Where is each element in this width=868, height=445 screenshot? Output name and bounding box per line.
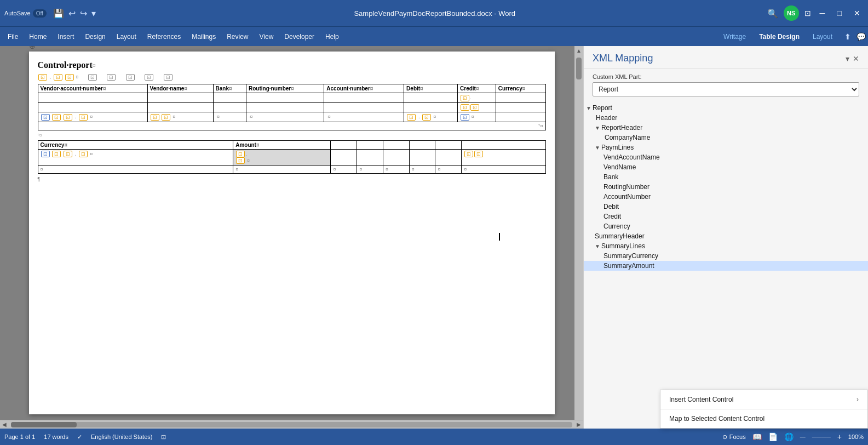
cc-tag-8[interactable]: ⊡	[164, 74, 173, 81]
scroll-left-arrow[interactable]: ◀	[0, 420, 9, 429]
menu-table-design[interactable]: Table Design	[754, 31, 805, 43]
cc-tag-6[interactable]: ⊡	[126, 74, 135, 81]
cc-va-3[interactable]: ⊡	[64, 114, 72, 121]
menu-layout[interactable]: Layout	[111, 31, 142, 43]
cc-sc-2[interactable]: ⊡	[52, 151, 61, 157]
panel-close-btn[interactable]: ✕	[853, 54, 859, 63]
minimize-button[interactable]: ─	[817, 9, 829, 18]
close-button[interactable]: ✕	[850, 9, 864, 18]
cc-tag-2[interactable]: ⊡	[54, 74, 62, 81]
tree-report[interactable]: ▼ Report	[584, 103, 868, 113]
cc-sc-1[interactable]: ⊡	[41, 151, 50, 157]
tree-credit[interactable]: Credit	[584, 212, 868, 221]
zoom-slider[interactable]: ────	[812, 433, 831, 441]
menu-mailings[interactable]: Mailings	[186, 31, 221, 43]
menu-review[interactable]: Review	[221, 31, 254, 43]
cc-va-4[interactable]: ⊡	[79, 114, 88, 121]
zoom-in-btn[interactable]: +	[837, 432, 842, 441]
cc-sc-3[interactable]: ⊡	[64, 151, 72, 157]
menu-references[interactable]: References	[142, 31, 186, 43]
tree-header[interactable]: Header	[584, 113, 868, 123]
cc-tag-1[interactable]: ⊡	[38, 74, 47, 81]
share-icon[interactable]: ⬆	[844, 32, 851, 41]
zoom-out-btn[interactable]: ─	[800, 432, 806, 441]
cc-d-2[interactable]: ⊡	[422, 114, 431, 121]
scroll-track[interactable]	[11, 422, 572, 427]
tree-paymlines[interactable]: ▼ PaymLines	[584, 142, 868, 152]
document-scroll[interactable]: ⊕ Control·report¤ ⊡ . ⊡ ⊡ ¤ ⊡ ⊡	[0, 46, 583, 420]
scroll-up-arrow[interactable]: ▲	[574, 46, 583, 55]
scroll-right-arrow[interactable]: ▶	[574, 420, 583, 429]
cc-end-1[interactable]: ⊡	[464, 151, 473, 157]
ribbon-display-icon[interactable]: ⊡	[804, 9, 811, 18]
focus-btn[interactable]: ⊙ Focus	[722, 433, 746, 441]
expand-icon-report[interactable]: ▼	[586, 105, 591, 111]
web-view-btn[interactable]: 🌐	[784, 432, 794, 441]
cc-sc-4[interactable]: ⊡	[79, 151, 88, 157]
tree-routingnumber[interactable]: RoutingNumber	[584, 182, 868, 192]
vertical-scrollbar[interactable]: ▲	[574, 46, 583, 420]
tree-bank[interactable]: Bank	[584, 172, 868, 182]
word-count[interactable]: 17 words	[44, 433, 68, 440]
maximize-button[interactable]: □	[834, 9, 845, 18]
cc-tag-4[interactable]: ⊡	[88, 74, 97, 81]
menu-file[interactable]: File	[2, 31, 24, 43]
tree-reportheader[interactable]: ▼ ReportHeader	[584, 123, 868, 133]
xml-tree[interactable]: ▼ Report Header ▼ ReportHeader CompanyNa…	[584, 101, 868, 429]
cc-vn-1[interactable]: ⊡	[151, 114, 159, 121]
cc-cr-1[interactable]: ⊡	[461, 114, 469, 121]
search-icon[interactable]: 🔍	[767, 8, 778, 19]
expand-icon-reportheader[interactable]: ▼	[595, 125, 600, 131]
ctx-insert-content-control[interactable]: Insert Content Control ›	[660, 390, 867, 409]
redo-icon[interactable]: ↪	[80, 8, 87, 19]
menu-view[interactable]: View	[254, 31, 279, 43]
print-view-btn[interactable]: 📄	[768, 432, 778, 441]
tree-currency[interactable]: Currency	[584, 221, 868, 231]
horizontal-scrollbar[interactable]: ◀ ▶	[0, 420, 583, 429]
expand-icon-paymlines[interactable]: ▼	[595, 145, 600, 151]
tree-summaryheader[interactable]: SummaryHeader	[584, 231, 868, 241]
tree-accountnumber[interactable]: AccountNumber	[584, 192, 868, 202]
move-handle[interactable]: ⊕	[29, 46, 36, 51]
save-icon[interactable]: 💾	[53, 8, 64, 19]
tree-summarycurrency[interactable]: SummaryCurrency	[584, 251, 868, 261]
cc-d-1[interactable]: ⊡	[407, 114, 416, 121]
cc-va-2[interactable]: ⊡	[52, 114, 61, 121]
autosave-toggle[interactable]: Off	[33, 9, 47, 18]
proofing-icon[interactable]: ✓	[77, 433, 82, 441]
page-info[interactable]: Page 1 of 1	[4, 433, 35, 440]
track-changes-icon[interactable]: ⊡	[161, 433, 166, 441]
tree-summarylines[interactable]: ▼ SummaryLines	[584, 241, 868, 251]
menu-home[interactable]: Home	[24, 31, 52, 43]
scroll-thumb[interactable]	[576, 58, 582, 79]
tree-summaryamount[interactable]: SummaryAmount	[584, 261, 868, 271]
tree-vendaccountname[interactable]: VendAccountName	[584, 152, 868, 162]
tree-debit[interactable]: Debit	[584, 202, 868, 212]
menu-insert[interactable]: Insert	[52, 31, 79, 43]
cc-va-1[interactable]: ⊡	[41, 114, 50, 121]
cc-tag-3[interactable]: ⊡	[65, 74, 74, 81]
cc-credit-2[interactable]: ⊡	[461, 104, 469, 111]
menu-help[interactable]: Help	[320, 31, 344, 43]
language[interactable]: English (United States)	[91, 433, 153, 440]
ctx-map-to-control[interactable]: Map to Selected Content Control	[660, 409, 867, 428]
avatar[interactable]: NS	[784, 5, 799, 21]
cc-end-2[interactable]: ⊡	[474, 151, 483, 157]
read-view-btn[interactable]: 📖	[752, 432, 762, 441]
cc-tag-5[interactable]: ⊡	[107, 74, 116, 81]
menu-design[interactable]: Design	[79, 31, 111, 43]
custom-part-select[interactable]: Report	[593, 82, 859, 96]
menu-writage[interactable]: Writage	[718, 31, 751, 43]
tree-companyname[interactable]: CompanyName	[584, 133, 868, 142]
expand-icon-summarylines[interactable]: ▼	[595, 243, 600, 249]
cc-tag-7[interactable]: ⊡	[145, 74, 153, 81]
cc-sa-1[interactable]: ⊡	[236, 151, 245, 157]
dropdown-icon[interactable]: ▾	[91, 8, 96, 19]
scroll-thumb-h[interactable]	[11, 422, 77, 427]
undo-icon[interactable]: ↩	[68, 8, 76, 19]
menu-developer[interactable]: Developer	[279, 31, 320, 43]
cc-credit-1[interactable]: ⊡	[461, 95, 469, 101]
cc-credit-3[interactable]: ⊡	[470, 104, 479, 111]
cc-sa-2[interactable]: ⊡	[236, 157, 245, 164]
panel-dropdown-btn[interactable]: ▾	[846, 54, 849, 63]
